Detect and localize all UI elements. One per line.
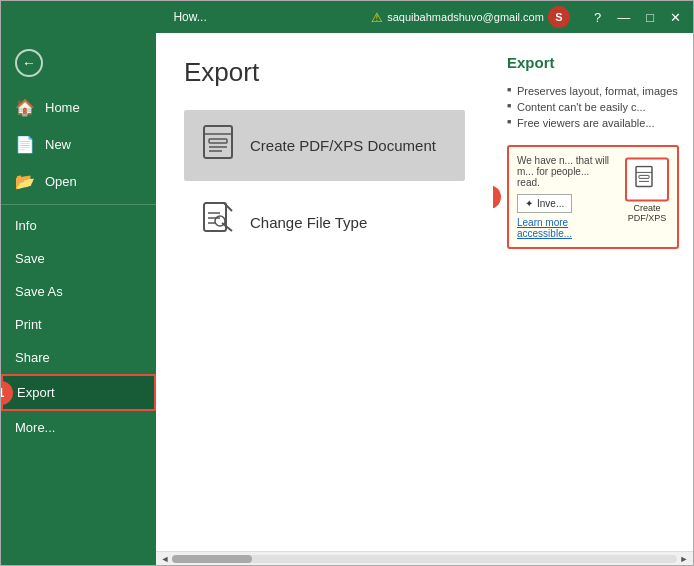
content-area: Export Create PDF/XPS Document — [156, 33, 693, 565]
export-option-pdf[interactable]: Create PDF/XPS Document — [184, 110, 465, 181]
sidebar-item-save[interactable]: Save — [1, 242, 156, 275]
sidebar: ← 🏠 Home 📄 New 📂 Open Info Save — [1, 33, 156, 565]
svg-rect-2 — [209, 139, 227, 143]
new-icon: 📄 — [15, 135, 35, 154]
window-title: How... — [9, 10, 371, 24]
investigate-button[interactable]: ✦ Inve... — [517, 194, 572, 213]
export-title: Export — [184, 57, 465, 88]
scrollbar-track[interactable] — [172, 555, 677, 563]
scrollbar-area: ◄ ► — [156, 551, 693, 565]
sidebar-item-export[interactable]: 1 Export — [1, 374, 156, 411]
right-panel-bullets: Preserves layout, format, images Content… — [507, 83, 679, 131]
create-pdf-small-icon — [625, 157, 669, 201]
pdf-icon — [200, 124, 236, 167]
avatar[interactable]: S — [548, 6, 570, 28]
svg-rect-11 — [636, 166, 652, 186]
badge-2: 2 — [493, 185, 501, 209]
warning-icon: ⚠ — [371, 10, 383, 25]
bullet-1: Preserves layout, format, images — [507, 83, 679, 99]
sidebar-item-print[interactable]: Print — [1, 308, 156, 341]
sidebar-item-new[interactable]: 📄 New — [1, 126, 156, 163]
export-main: Export Create PDF/XPS Document — [156, 33, 493, 551]
back-button[interactable]: ← — [1, 41, 156, 85]
accessibility-text: We have n... that will m... for people..… — [517, 155, 611, 188]
sidebar-item-home[interactable]: 🏠 Home — [1, 89, 156, 126]
pdf-label: Create PDF/XPS Document — [250, 137, 436, 154]
create-pdf-small-label: CreatePDF/XPS — [628, 203, 667, 223]
open-icon: 📂 — [15, 172, 35, 191]
sidebar-home-label: Home — [45, 100, 80, 115]
change-type-label: Change File Type — [250, 214, 367, 231]
badge-1: 1 — [1, 381, 13, 405]
sidebar-divider — [1, 204, 156, 205]
svg-rect-0 — [204, 126, 232, 158]
export-option-change-type[interactable]: Change File Type — [184, 187, 465, 258]
bullet-2: Content can't be easily c... — [507, 99, 679, 115]
content-inner: Export Create PDF/XPS Document — [156, 33, 693, 551]
back-icon: ← — [15, 49, 43, 77]
accessibility-box: 2 We have n... that will m... for people… — [507, 145, 679, 249]
main-area: ← 🏠 Home 📄 New 📂 Open Info Save — [1, 33, 693, 565]
app-window: How... ⚠ saquibahmadshuvo@gmail.com S ? … — [0, 0, 694, 566]
right-panel-title: Export — [507, 53, 679, 73]
scroll-left-button[interactable]: ◄ — [158, 552, 172, 566]
svg-rect-13 — [639, 175, 649, 178]
investigate-icon: ✦ — [525, 198, 533, 209]
window-controls: ? — □ ✕ — [590, 10, 685, 25]
minimize-button[interactable]: — — [613, 10, 634, 25]
sidebar-item-save-as[interactable]: Save As — [1, 275, 156, 308]
home-icon: 🏠 — [15, 98, 35, 117]
sidebar-new-label: New — [45, 137, 71, 152]
user-email: saquibahmadshuvo@gmail.com — [387, 11, 544, 23]
sidebar-item-more[interactable]: More... — [1, 411, 156, 444]
maximize-button[interactable]: □ — [642, 10, 658, 25]
right-panel: Export Preserves layout, format, images … — [493, 33, 693, 551]
learn-more-link[interactable]: Learn more accessible... — [517, 217, 611, 239]
scroll-right-button[interactable]: ► — [677, 552, 691, 566]
sidebar-item-share[interactable]: Share — [1, 341, 156, 374]
create-pdf-small-button[interactable]: CreatePDF/XPS — [625, 157, 669, 223]
titlebar: How... ⚠ saquibahmadshuvo@gmail.com S ? … — [1, 1, 693, 33]
scrollbar-thumb[interactable] — [172, 555, 252, 563]
sidebar-item-open[interactable]: 📂 Open — [1, 163, 156, 200]
change-type-icon — [200, 201, 236, 244]
titlebar-email-area: ⚠ saquibahmadshuvo@gmail.com S — [371, 6, 570, 28]
help-button[interactable]: ? — [590, 10, 605, 25]
sidebar-item-info[interactable]: Info — [1, 209, 156, 242]
bullet-3: Free viewers are available... — [507, 115, 679, 131]
close-button[interactable]: ✕ — [666, 10, 685, 25]
sidebar-open-label: Open — [45, 174, 77, 189]
